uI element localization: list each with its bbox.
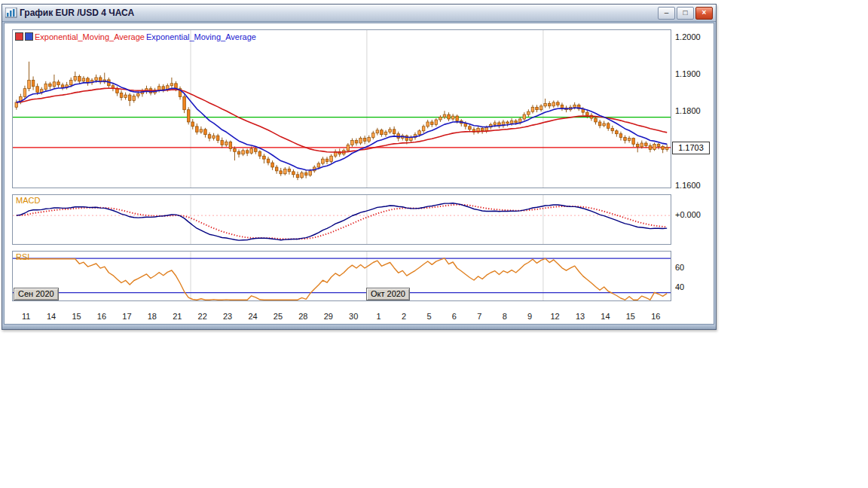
- rsi-panel[interactable]: RSI: [12, 251, 671, 301]
- rsi-axis-label: 60: [675, 263, 684, 272]
- chart-content: Exponential_Moving_Average Exponential_M…: [4, 23, 714, 325]
- x-axis-day-label: 1: [369, 312, 389, 321]
- price-chart-panel[interactable]: Exponential_Moving_Average Exponential_M…: [12, 29, 671, 188]
- price-axis-label: 1.1900: [675, 69, 701, 78]
- title-bar[interactable]: График EUR /USD 4 ЧАСА – □ ×: [2, 5, 716, 22]
- month-marker-button[interactable]: Окт 2020: [366, 288, 410, 300]
- window-icon: [5, 8, 17, 18]
- x-axis-day-label: 11: [17, 312, 36, 321]
- x-axis-day-label: 9: [520, 312, 539, 321]
- window-title: График EUR /USD 4 ЧАСА: [20, 8, 658, 18]
- candlestick-plot: [13, 30, 671, 188]
- x-axis-day-label: 15: [67, 312, 87, 321]
- price-axis-gutter: +0.000 1.20001.19001.18001.16006040: [673, 23, 712, 324]
- x-axis-day-label: 14: [595, 312, 615, 321]
- ma-legend: Exponential_Moving_Average Exponential_M…: [15, 32, 256, 41]
- x-axis-day-label: 24: [243, 312, 263, 321]
- last-price-tag: 1.1703: [672, 142, 710, 154]
- x-axis: 1114151617182122232425282930125678912131…: [12, 311, 671, 323]
- x-axis-day-label: 21: [167, 312, 187, 321]
- ema-blue-legend-chip[interactable]: [25, 32, 33, 41]
- x-axis-day-label: 2: [394, 312, 414, 321]
- x-axis-day-label: 28: [293, 312, 313, 321]
- window-bottom-frame: [2, 325, 716, 329]
- x-axis-day-label: 7: [469, 312, 489, 321]
- price-axis-label: 1.1800: [675, 106, 701, 115]
- x-axis-day-label: 25: [268, 312, 288, 321]
- x-axis-day-label: 17: [117, 312, 136, 321]
- x-axis-day-label: 14: [41, 312, 61, 321]
- minimize-button[interactable]: –: [658, 7, 675, 20]
- close-button[interactable]: ×: [695, 7, 713, 20]
- ema-red-legend-chip[interactable]: [15, 32, 23, 41]
- x-axis-day-label: 29: [319, 312, 338, 321]
- x-axis-day-label: 30: [344, 312, 363, 321]
- x-axis-day-label: 5: [419, 312, 439, 321]
- x-axis-day-label: 16: [646, 312, 665, 321]
- x-axis-day-label: 6: [445, 312, 464, 321]
- chart-window: График EUR /USD 4 ЧАСА – □ × Exponential…: [2, 4, 717, 330]
- rsi-plot: [13, 252, 671, 300]
- x-axis-day-label: 22: [193, 312, 212, 321]
- macd-plot: [13, 195, 671, 244]
- price-axis-label: 1.2000: [675, 32, 701, 41]
- ema-red-label: Exponential_Moving_Average: [35, 32, 145, 41]
- x-axis-day-label: 18: [142, 312, 162, 321]
- x-axis-day-label: 12: [546, 312, 565, 321]
- x-axis-day-label: 15: [621, 312, 640, 321]
- macd-panel[interactable]: MACD: [12, 194, 671, 245]
- rsi-axis-label: 40: [675, 282, 684, 291]
- window-controls: – □ ×: [658, 7, 713, 20]
- month-marker-button[interactable]: Сен 2020: [14, 288, 59, 300]
- macd-zero-label: +0.000: [675, 210, 701, 219]
- maximize-button[interactable]: □: [677, 7, 694, 20]
- ema-blue-label: Exponential_Moving_Average: [146, 32, 256, 41]
- rsi-label: RSI: [16, 252, 29, 261]
- x-axis-day-label: 23: [218, 312, 237, 321]
- price-axis-label: 1.1600: [675, 181, 701, 190]
- x-axis-day-label: 8: [495, 312, 515, 321]
- x-axis-day-label: 13: [570, 312, 590, 321]
- x-axis-day-label: 16: [92, 312, 112, 321]
- macd-label: MACD: [16, 196, 40, 205]
